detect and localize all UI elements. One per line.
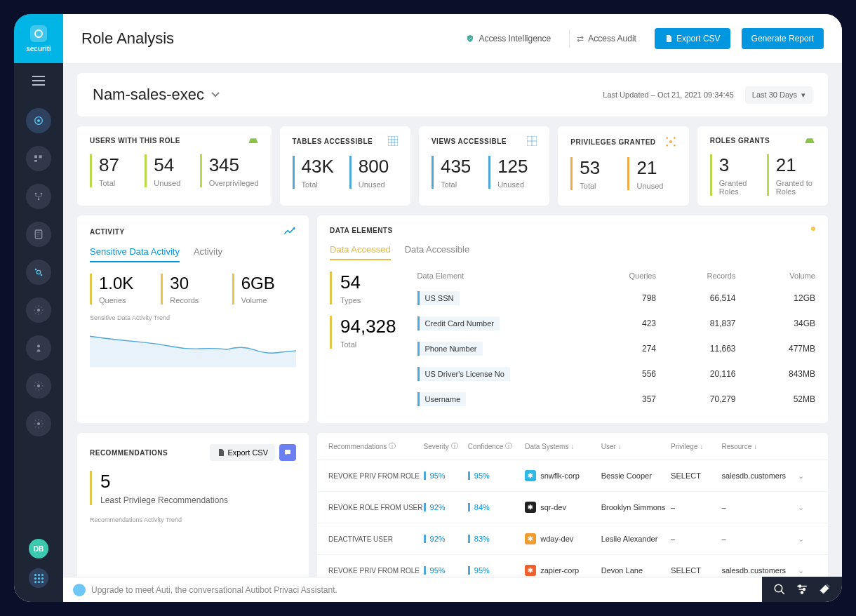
sort-icon[interactable]: ↓ (700, 443, 703, 450)
svg-point-1 (37, 119, 40, 122)
expand-row-icon[interactable]: ⌄ (798, 471, 817, 481)
nav-item-7[interactable] (26, 335, 51, 361)
brand-name: securiti (26, 45, 51, 53)
date-range-dropdown[interactable]: Last 30 Days ▾ (745, 86, 812, 104)
table-row[interactable]: DEACTIVATE USER 92% 83% ✱wday-dev Leslie… (317, 523, 828, 555)
search-icon[interactable] (773, 583, 786, 596)
nav-list (26, 108, 51, 436)
stat-users: USERS WITH THIS ROLE 87Total 54Unused 34… (77, 126, 272, 206)
brand-logo[interactable]: securiti (14, 14, 63, 63)
expand-row-icon[interactable]: ⌄ (798, 535, 817, 544)
svg-point-12 (37, 309, 40, 312)
chat-icon (283, 448, 292, 457)
apps-icon[interactable] (29, 568, 48, 588)
role-name-dropdown[interactable]: Nam-sales-exec (93, 86, 220, 104)
assistant-bar[interactable]: Upgrade to meet Auti, the conversational… (63, 577, 762, 602)
access-intelligence-link[interactable]: Access Intelligence (459, 29, 558, 48)
recommendations-card: RECOMMENDATIONS Export CSV 5 Least Privi… (77, 433, 309, 577)
sort-icon[interactable]: ↓ (570, 443, 574, 450)
file-icon (664, 34, 673, 43)
generate-report-button[interactable]: Generate Report (742, 28, 824, 49)
role-selector-card: Nam-sales-exec Last Updated – Oct 21, 20… (77, 73, 828, 116)
svg-point-9 (36, 270, 40, 274)
export-csv-button[interactable]: Export CSV (655, 28, 730, 49)
data-element-pill: US SSN (417, 291, 460, 305)
data-element-pill: US Driver's License No (417, 367, 510, 381)
svg-point-22 (674, 145, 676, 147)
nav-item-9[interactable] (26, 411, 51, 436)
tab-sensitive-data[interactable]: Sensitive Data Activity (90, 246, 180, 262)
tab-data-accessed[interactable]: Data Accessed (330, 244, 391, 260)
svg-rect-4 (34, 160, 37, 162)
nav-item-5[interactable] (26, 260, 51, 285)
shield-check-icon (466, 34, 474, 43)
stat-roles: ROLES GRANTS 3Granted Roles 21Granted to… (697, 126, 828, 206)
data-elements-table: Data Element Queries Records Volume US S… (417, 272, 815, 412)
rec-export-button[interactable]: Export CSV (210, 444, 275, 461)
nav-item-4[interactable] (26, 222, 51, 247)
menu-toggle-icon[interactable] (32, 76, 45, 88)
svg-point-24 (775, 584, 782, 592)
sort-icon[interactable]: ↓ (618, 443, 622, 450)
svg-point-26 (803, 589, 805, 591)
data-elements-card: DATA ELEMENTS Data Accessed Data Accessi… (317, 215, 828, 423)
file-icon (217, 448, 225, 457)
stat-views: VIEWS ACCESSIBLE 435Total 125Unused (419, 126, 549, 206)
table-row[interactable]: REVOKE PRIV FROM ROLE 95% 95% ✱snwflk-co… (317, 460, 828, 492)
header: Role Analysis Access Intelligence ⇄ Acce… (63, 14, 842, 63)
info-icon: ⓘ (389, 441, 396, 451)
table-row[interactable]: Username35770,27952MB (417, 387, 815, 412)
access-audit-link[interactable]: ⇄ Access Audit (569, 29, 643, 48)
svg-point-25 (799, 585, 801, 587)
stat-privs: PRIVILEGES GRANTED 53Total 21Unused (558, 126, 688, 206)
svg-rect-2 (34, 155, 37, 158)
recommendations-table: Recommendations ⓘ Severity ⓘ Confidence … (317, 433, 828, 577)
svg-point-5 (35, 193, 37, 195)
table-row[interactable]: US Driver's License No55620,116843MB (417, 361, 815, 387)
svg-rect-3 (39, 155, 42, 158)
table-row[interactable]: Phone Number27411,663477MB (417, 336, 815, 361)
table-icon (388, 136, 398, 146)
nav-item-3[interactable] (26, 184, 51, 209)
sidebar: securiti DB (14, 14, 63, 602)
page-title: Role Analysis (81, 29, 174, 48)
nav-item-6[interactable] (26, 297, 51, 323)
data-element-pill: Phone Number (417, 342, 483, 356)
info-icon: ⓘ (505, 441, 512, 451)
chat-button[interactable] (279, 444, 296, 461)
table-row[interactable]: REVOKE ROLE FROM USER 92% 84% ✱sqr-dev B… (317, 492, 828, 523)
svg-point-19 (666, 137, 668, 139)
expand-row-icon[interactable]: ⌄ (798, 566, 817, 575)
svg-rect-16 (388, 136, 398, 146)
sort-icon[interactable]: ↓ (754, 443, 757, 450)
nav-item-1[interactable] (26, 108, 51, 133)
caret-down-icon: ▾ (801, 91, 805, 100)
tab-data-accessible[interactable]: Data Accessible (405, 244, 470, 260)
nav-item-2[interactable] (26, 146, 51, 171)
table-row[interactable]: REVOKE PRIV FROM ROLE 95% 95% ✱zapier-co… (317, 555, 828, 577)
activity-trend-chart (90, 326, 296, 368)
bottom-toolbar (762, 577, 842, 602)
nav-item-8[interactable] (26, 373, 51, 399)
svg-point-6 (41, 193, 43, 195)
hat-icon (804, 136, 815, 145)
data-element-pill: Credit Card Number (417, 316, 500, 330)
network-icon (665, 136, 676, 147)
svg-point-15 (37, 422, 40, 425)
table-row[interactable]: Credit Card Number42381,83734GB (417, 311, 815, 336)
assistant-icon (73, 584, 86, 596)
grid-icon (527, 136, 537, 146)
svg-point-14 (37, 384, 40, 387)
svg-point-21 (666, 145, 668, 147)
filter-icon[interactable] (796, 583, 808, 596)
data-element-pill: Username (417, 392, 467, 406)
tab-activity[interactable]: Activity (194, 246, 222, 262)
tools-icon[interactable] (818, 583, 831, 596)
info-icon: ⓘ (451, 441, 458, 451)
svg-point-7 (38, 199, 40, 201)
expand-row-icon[interactable]: ⌄ (798, 503, 817, 512)
user-avatar[interactable]: DB (29, 539, 48, 558)
table-row[interactable]: US SSN79866,51412GB (417, 286, 815, 311)
svg-point-27 (801, 591, 803, 594)
activity-card: ACTIVITY Sensitive Data Activity Activit… (77, 215, 309, 423)
